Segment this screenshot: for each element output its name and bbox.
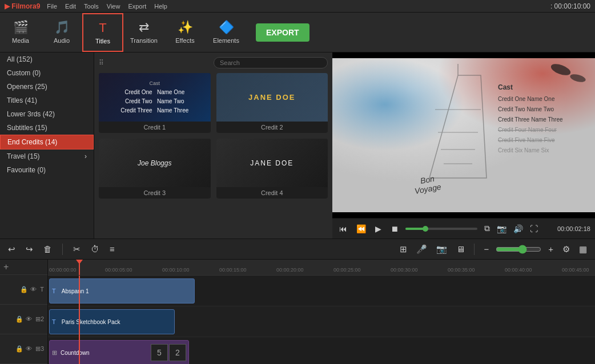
svg-text:Credit Six    Name Six: Credit Six Name Six: [498, 147, 549, 153]
playhead-track: [79, 276, 80, 364]
credit4-thumbnail: JANE DOE: [216, 139, 328, 187]
svg-text:Credit One    Name One: Credit One Name One: [498, 96, 555, 102]
adjust-button[interactable]: ≡: [107, 243, 117, 255]
clip-abspann[interactable]: T Abspann 1: [49, 278, 195, 304]
search-input[interactable]: [214, 57, 328, 68]
rewind-button[interactable]: ⏮: [337, 223, 349, 234]
eye-icon-3[interactable]: 👁: [26, 345, 32, 352]
pip-button[interactable]: ⧉: [482, 223, 492, 234]
tool-audio[interactable]: 🎵 Audio: [41, 13, 82, 52]
svg-rect-2: [332, 58, 595, 212]
export-button[interactable]: EXPORT: [256, 23, 309, 42]
track-number-1: T: [40, 286, 44, 293]
grid-view-icon[interactable]: ⠿: [99, 59, 104, 67]
cut-button[interactable]: ✂: [71, 243, 83, 256]
sidebar-item-travel[interactable]: Travel (15) ›: [0, 149, 94, 163]
ruler-mark-4: 00:00:20:00: [276, 267, 304, 273]
lock-icon-3[interactable]: 🔒: [15, 345, 23, 353]
track-number-2: ⊞2: [35, 316, 44, 323]
timeline: ↩ ↪ 🗑 ✂ ⏱ ≡ ⊞ 🎤 📷 🖥 − + ⚙ ▦ + 🔒 �: [0, 238, 595, 364]
tool-transition[interactable]: ⇄ Transition: [123, 13, 164, 52]
sidebar-item-all[interactable]: All (152): [0, 52, 94, 66]
menu-help[interactable]: Help: [154, 3, 167, 10]
separator: [62, 244, 63, 255]
credit1-label: Credit 1: [99, 122, 211, 133]
track-number-3: ⊞3: [35, 345, 44, 353]
menu-view[interactable]: View: [107, 3, 120, 10]
undo-button[interactable]: ↩: [6, 243, 18, 256]
clip-paris-icon: T: [52, 318, 56, 325]
ruler-mark-1: 00:00:05:00: [105, 267, 132, 273]
play-button[interactable]: ▶: [373, 223, 384, 234]
zoom-in-button[interactable]: +: [546, 243, 556, 255]
audio-icon: 🎵: [54, 20, 70, 35]
chevron-right-icon: ›: [85, 152, 87, 160]
stop-button[interactable]: ⏹: [388, 223, 401, 234]
clip-paris-label: Paris Sketchbook Pack: [58, 318, 124, 326]
mic-button[interactable]: 🎤: [414, 243, 429, 256]
svg-text:Cast: Cast: [498, 83, 513, 91]
camera-button[interactable]: 📷: [434, 243, 449, 256]
preview-image: Cast Credit One Name One Credit Two Name…: [332, 52, 595, 218]
play-prev-button[interactable]: ⏪: [354, 223, 368, 234]
menu-file[interactable]: File: [47, 3, 57, 10]
preview-extra-controls: ⧉ 📷 🔊 ⛶: [482, 223, 540, 234]
svg-text:Credit Four    Name Four: Credit Four Name Four: [498, 127, 557, 133]
sidebar-item-endcredits[interactable]: End Credits (14): [0, 135, 94, 149]
fullscreen-button[interactable]: ⛶: [528, 223, 540, 234]
delete-button[interactable]: 🗑: [41, 243, 54, 255]
menu-export[interactable]: Export: [128, 3, 146, 10]
lock-icon-1[interactable]: 🔒: [20, 286, 28, 293]
credit2-label: Credit 2: [216, 122, 328, 133]
sidebar-item-openers[interactable]: Openers (25): [0, 80, 94, 94]
timeline-settings-button[interactable]: ⚙: [560, 243, 572, 256]
menu-edit[interactable]: Edit: [65, 3, 76, 10]
sidebar-item-custom[interactable]: Custom (0): [0, 66, 94, 80]
volume-button[interactable]: 🔊: [511, 223, 525, 234]
screen-button[interactable]: 🖥: [454, 243, 467, 255]
ruler-mark-8: 00:00:40:00: [505, 267, 532, 273]
timeline-ruler[interactable]: 00:00:00:00 00:00:05:00 00:00:10:00 00:0…: [48, 260, 595, 276]
redo-button[interactable]: ↪: [23, 243, 35, 256]
preview-controls: ⏮ ⏪ ▶ ⏹ ⧉ 📷 🔊 ⛶ 00:00:02:18: [332, 218, 595, 238]
tool-effects[interactable]: ✨ Effects: [164, 13, 206, 52]
eye-icon-2[interactable]: 👁: [26, 316, 32, 322]
lock-icon-2[interactable]: 🔒: [15, 316, 23, 323]
elements-icon: 🔷: [219, 20, 234, 35]
snapshot-button[interactable]: 📷: [495, 223, 509, 234]
track-labels: + 🔒 👁 T 🔒 👁 ⊞2 🔒 👁 ⊞3: [0, 260, 48, 364]
tool-media[interactable]: 🎬 Media: [0, 13, 41, 52]
track-label-3: 🔒 👁 ⊞3: [0, 334, 47, 364]
credit3-label: Credit 3: [99, 187, 211, 199]
add-track-icon[interactable]: +: [3, 262, 9, 272]
credit1-card[interactable]: Cast Credit One Name One Credit Two Name…: [99, 73, 211, 133]
tool-elements[interactable]: 🔷 Elements: [206, 13, 247, 52]
panel-toggle-button[interactable]: ▦: [577, 243, 589, 256]
credit2-card[interactable]: JANE DOE Credit 2: [216, 73, 328, 133]
ruler-mark-9: 00:00:45:00: [562, 267, 589, 273]
sidebar-item-titles[interactable]: Titles (41): [0, 94, 94, 107]
snap-button[interactable]: ⊞: [397, 243, 409, 256]
ruler-mark-3: 00:00:15:00: [219, 267, 247, 273]
sidebar-item-subtitles[interactable]: Subtitles (15): [0, 121, 94, 135]
preview-area: Cast Credit One Name One Credit Two Name…: [332, 52, 595, 218]
clip-paris[interactable]: T Paris Sketchbook Pack: [49, 309, 175, 334]
track-row-video1: ⊞ Countdown 5 2: [48, 337, 595, 364]
zoom-out-button[interactable]: −: [481, 243, 491, 255]
credit4-card[interactable]: JANE DOE Credit 4: [216, 139, 328, 199]
tool-titles[interactable]: T Titles: [82, 13, 123, 52]
eye-icon-1[interactable]: 👁: [30, 286, 37, 293]
preview-timecode: 00:00:02:18: [545, 225, 590, 232]
zoom-slider[interactable]: [496, 245, 541, 254]
playhead-head: [76, 260, 83, 264]
ruler-mark-6: 00:00:30:00: [391, 267, 418, 273]
credit3-card[interactable]: Joe Bloggs Credit 3: [99, 139, 211, 199]
menu-tools[interactable]: Tools: [84, 3, 99, 10]
clip-countdown[interactable]: ⊞ Countdown 5 2: [49, 340, 189, 364]
tracks-container: T Abspann 1 T Paris Sketchbook Pack ⊞ Co…: [48, 276, 595, 364]
clip-title-icon: T: [52, 288, 56, 294]
progress-bar[interactable]: [405, 228, 477, 230]
history-button[interactable]: ⏱: [89, 243, 102, 255]
sidebar-item-favourite[interactable]: Favourite (0): [0, 163, 94, 177]
sidebar-item-lower3rds[interactable]: Lower 3rds (42): [0, 107, 94, 121]
